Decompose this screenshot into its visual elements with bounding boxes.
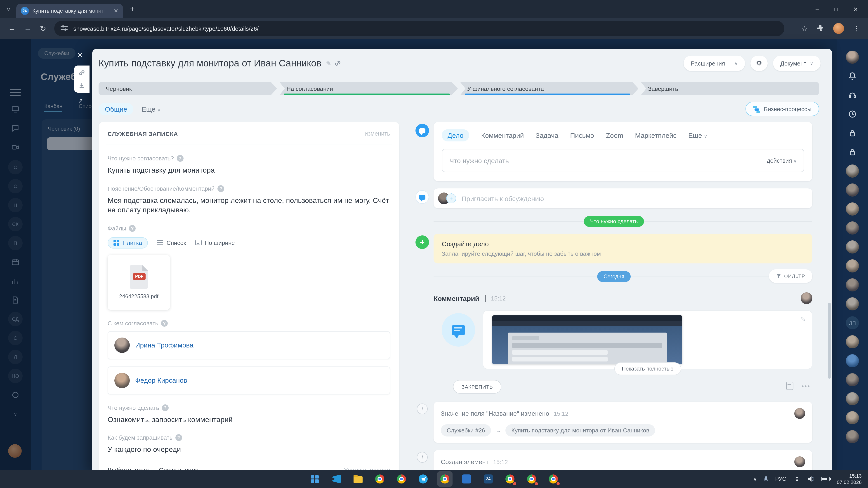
edit-title-pencil-icon[interactable]: ✎ — [326, 60, 331, 67]
forward-button[interactable]: → — [24, 24, 32, 33]
approver-link[interactable]: Федор Кирсанов — [135, 377, 187, 384]
browser-menu-icon[interactable]: ⋮ — [853, 24, 860, 33]
vscode-icon[interactable] — [329, 471, 344, 487]
todo-input[interactable]: Что нужно сделать действия ∨ — [442, 149, 804, 172]
rail-avatar[interactable] — [846, 392, 859, 405]
filter-button[interactable]: ФИЛЬТР — [769, 269, 812, 283]
today-badge[interactable]: Сегодня — [597, 271, 631, 282]
pin-button[interactable]: ЗАКРЕПИТЬ — [453, 380, 502, 394]
chrome-profile-icon[interactable] — [502, 471, 518, 487]
rail-avatar[interactable] — [846, 259, 859, 272]
files-view-tile-toggle[interactable]: Плитка — [107, 237, 148, 249]
memo-edit-link[interactable]: изменить — [365, 130, 390, 137]
tray-chevron-up-icon[interactable]: ∧ — [753, 476, 757, 482]
tab-more[interactable]: Еще ∨ — [142, 105, 161, 113]
add-person-icon[interactable]: + — [446, 193, 456, 203]
entry-badge-new[interactable]: Купить подставку для монитора от Иван Са… — [505, 424, 655, 436]
stage-in-approval[interactable]: На согласовании — [279, 82, 458, 95]
extensions-button[interactable]: Расширения ∨ — [684, 56, 745, 71]
window-maximize-button[interactable]: □ — [834, 6, 838, 12]
lock-icon[interactable] — [846, 127, 859, 140]
comment-author-avatar[interactable] — [801, 292, 812, 304]
reload-button[interactable]: ↻ — [40, 24, 46, 33]
download-icon[interactable] — [78, 82, 86, 89]
document-button[interactable]: Документ ∨ — [773, 56, 820, 71]
help-icon[interactable]: ? — [177, 155, 183, 162]
help-icon[interactable]: ? — [175, 434, 182, 441]
chrome-active-icon[interactable] — [437, 471, 453, 487]
rail-avatar[interactable] — [846, 51, 859, 64]
volume-icon[interactable] — [808, 476, 814, 482]
rail-avatar[interactable] — [846, 297, 859, 311]
microphone-icon[interactable] — [764, 476, 768, 482]
invite-input[interactable]: + Пригласить к обсуждению — [434, 188, 812, 208]
battery-icon[interactable] — [822, 477, 830, 481]
help-icon[interactable]: ? — [161, 320, 168, 327]
wifi-icon[interactable] — [794, 476, 801, 482]
business-processes-button[interactable]: Бизнес-процессы — [745, 102, 819, 116]
tab-close-icon[interactable]: ✕ — [114, 8, 118, 14]
rail-avatar[interactable] — [846, 164, 859, 177]
stage-final-approver[interactable]: У финального согласованта — [460, 82, 639, 95]
timeline-tab-mail[interactable]: Письмо — [570, 131, 594, 139]
open-new-window-icon[interactable]: ↗ — [78, 97, 90, 104]
rail-avatar-initials[interactable]: ЛП — [846, 316, 859, 329]
clock[interactable]: 15:13 07.02.2026 — [837, 473, 862, 485]
add-activity-icon[interactable]: + — [415, 235, 429, 249]
headset-icon[interactable] — [846, 89, 859, 102]
rail-avatar[interactable] — [846, 411, 859, 424]
entry-author-avatar[interactable] — [794, 408, 805, 419]
files-view-width-toggle[interactable]: По ширине — [195, 239, 235, 246]
entry-badge-old[interactable]: Служебки #26 — [441, 424, 491, 436]
timeline-tab-deal[interactable]: Дело — [442, 129, 469, 141]
site-settings-icon[interactable] — [61, 25, 68, 32]
rail-avatar[interactable] — [846, 240, 859, 254]
create-activity-banner[interactable]: Создайте дело Запланируйте следующий шаг… — [434, 234, 812, 263]
start-button[interactable] — [307, 471, 322, 487]
chrome-profile-icon[interactable] — [524, 471, 539, 487]
stage-finish[interactable]: Завершить — [641, 82, 819, 95]
entry-author-avatar[interactable] — [794, 456, 805, 467]
help-icon[interactable]: ? — [129, 225, 136, 232]
notifications-bell-icon[interactable] — [846, 70, 859, 83]
title-link-icon[interactable] — [334, 60, 341, 67]
edit-comment-pencil-icon[interactable]: ✎ — [800, 315, 806, 323]
lock-icon[interactable] — [846, 145, 859, 159]
back-button[interactable]: ← — [8, 24, 16, 33]
tab-general[interactable]: Общие — [98, 103, 133, 115]
help-icon[interactable]: ? — [217, 185, 224, 192]
chrome-profile-icon[interactable] — [546, 471, 561, 487]
note-icon[interactable] — [786, 382, 794, 390]
comment-screenshot-thumbnail[interactable] — [492, 315, 682, 364]
rail-avatar[interactable] — [846, 278, 859, 291]
language-indicator[interactable]: РУС — [775, 476, 786, 482]
scrollbar-thumb[interactable] — [828, 303, 831, 379]
rail-avatar[interactable] — [846, 354, 859, 367]
show-full-button[interactable]: Показать полностью — [614, 362, 681, 375]
file-explorer-icon[interactable] — [350, 471, 366, 487]
files-view-list-toggle[interactable]: Список — [157, 239, 186, 246]
timeline-tab-marketplace[interactable]: Маркетплейс — [635, 131, 677, 139]
bitrix24-app-icon[interactable]: 24 — [480, 471, 496, 487]
rail-avatar[interactable] — [846, 184, 859, 197]
slider-close-icon[interactable]: ✕ — [77, 51, 90, 60]
timeline-tab-task[interactable]: Задача — [536, 131, 559, 139]
rail-avatar[interactable] — [846, 221, 859, 234]
blue-app-icon[interactable] — [459, 471, 474, 487]
more-options-icon[interactable]: ••• — [802, 383, 811, 389]
stage-draft[interactable]: Черновик — [98, 82, 277, 95]
address-bar[interactable]: showcase.bitrix24.ru/page/soglasovator/s… — [55, 21, 784, 36]
window-close-button[interactable]: ✕ — [853, 6, 858, 12]
copy-link-icon[interactable] — [78, 69, 86, 76]
actions-dropdown[interactable]: действия ∨ — [767, 157, 797, 164]
rail-avatar[interactable] — [846, 335, 859, 348]
panel-scrollbar[interactable] — [828, 53, 831, 474]
window-minimize-button[interactable]: – — [815, 6, 819, 12]
browser-tab[interactable]: 24 Купить подставку для монито ✕ — [16, 4, 123, 18]
tab-search-chevron-icon[interactable]: ∨ — [6, 6, 11, 12]
rail-avatar[interactable] — [846, 430, 859, 443]
telegram-icon[interactable] — [415, 471, 431, 487]
browser-profile-avatar[interactable] — [833, 23, 844, 34]
file-tile[interactable]: PDF 2464225583.pdf — [107, 255, 170, 310]
new-tab-button[interactable]: + — [130, 4, 135, 14]
